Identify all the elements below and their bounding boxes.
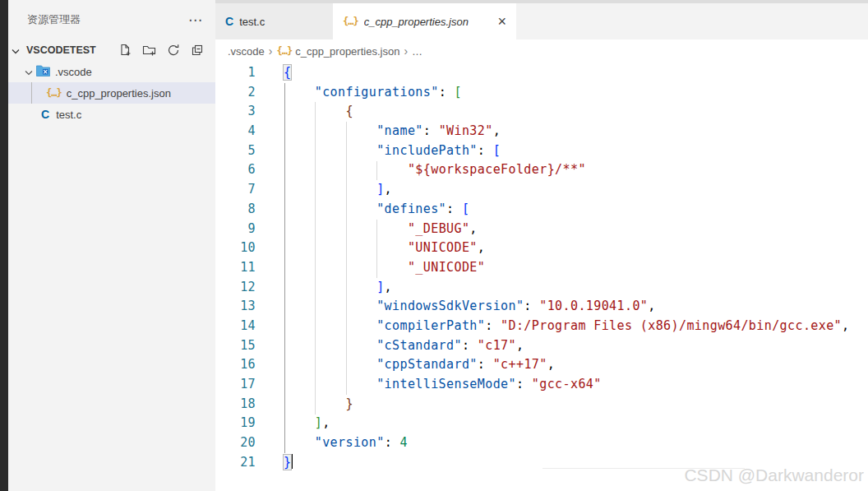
code-content[interactable]: { "configurations": [ { "name": "Win32",…: [284, 63, 849, 472]
tree-indent-guide: [31, 82, 32, 104]
workspace-section-row[interactable]: VSCODETEST: [8, 39, 215, 61]
chevron-down-icon: [25, 66, 33, 78]
tree-item-label: c_cpp_properties.json: [67, 87, 171, 100]
tab-label: c_cpp_properties.json: [364, 16, 492, 28]
file-tree: .vscode {…} c_cpp_properties.json C test…: [8, 61, 215, 125]
workspace-name: VSCODETEST: [26, 44, 118, 56]
breadcrumb-item-file[interactable]: c_cpp_properties.json: [295, 45, 399, 58]
json-file-icon: {…}: [343, 16, 358, 27]
breadcrumb-item-symbol[interactable]: …: [412, 45, 422, 58]
collapse-all-icon[interactable]: [191, 44, 204, 57]
tree-item-label: test.c: [56, 109, 81, 121]
chevron-down-icon: [12, 43, 20, 58]
close-icon[interactable]: ×: [497, 14, 506, 29]
tab-bar: C test.c {…} c_cpp_properties.json ×: [215, 0, 868, 39]
json-file-icon: {…}: [46, 87, 62, 99]
tree-item-c-cpp-properties[interactable]: {…} c_cpp_properties.json: [8, 82, 215, 104]
tab-c-cpp-properties[interactable]: {…} c_cpp_properties.json ×: [333, 3, 516, 39]
explorer-header: 资源管理器 ⋯: [8, 0, 215, 39]
line-numbers: 123456789101112131415161718192021: [215, 63, 256, 472]
tab-label: test.c: [239, 16, 323, 28]
breadcrumb-separator: ›: [269, 44, 273, 58]
tree-item-test-c[interactable]: C test.c: [8, 104, 215, 125]
breadcrumb-item-vscode[interactable]: .vscode: [228, 45, 265, 58]
tree-item-vscode-folder[interactable]: .vscode: [8, 61, 215, 82]
explorer-sidebar: 资源管理器 ⋯ VSCODETEST: [8, 0, 215, 491]
text-cursor: [291, 454, 293, 469]
refresh-icon[interactable]: [167, 44, 180, 57]
explorer-actions: [118, 44, 215, 57]
explorer-title: 资源管理器: [27, 12, 188, 27]
breadcrumb: .vscode › {…} c_cpp_properties.json › …: [215, 39, 868, 63]
watermark: CSDN @Darkwanderor: [684, 466, 864, 485]
activity-bar-edge: [0, 0, 8, 491]
tab-test-c[interactable]: C test.c: [215, 3, 333, 39]
json-file-icon: {…}: [276, 45, 292, 57]
new-folder-icon[interactable]: [142, 44, 156, 57]
new-file-icon[interactable]: [118, 44, 132, 57]
code-editor[interactable]: 123456789101112131415161718192021 { "con…: [215, 63, 868, 491]
tree-item-label: .vscode: [55, 66, 92, 78]
c-file-icon: C: [225, 15, 233, 28]
c-file-icon: C: [41, 108, 49, 121]
more-actions-icon[interactable]: ⋯: [188, 13, 202, 27]
vscode-folder-icon: [36, 65, 50, 79]
editor-group: C test.c {…} c_cpp_properties.json × .vs…: [215, 0, 868, 491]
breadcrumb-separator: ›: [404, 44, 408, 58]
